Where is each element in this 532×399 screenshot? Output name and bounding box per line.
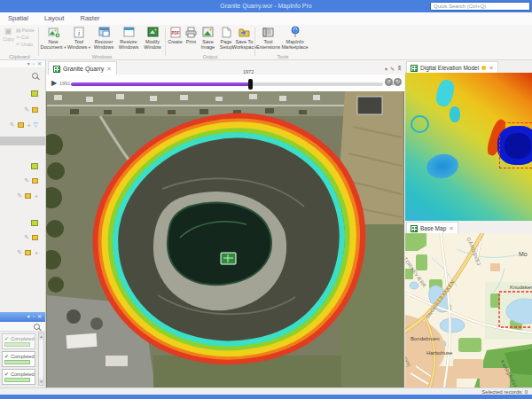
arrow-icon[interactable]: ◄ [34,193,38,199]
create-pdf-button[interactable]: PDF Create [167,26,184,51]
loop-forward-button[interactable]: ↻ [394,78,402,86]
printer-icon [185,26,197,38]
print-button[interactable]: Print [184,26,199,51]
map-document-tab[interactable]: Granite Quarry ✕ [48,61,117,75]
task-scrollbar[interactable]: ▲ ▼ [38,332,44,386]
timeline-thumb[interactable] [248,79,253,90]
close-icon[interactable]: ✕ [37,312,42,322]
layer-panel-header: ▾ ▫ ✕ [0,60,45,67]
chevron-down-icon[interactable]: ▾ [27,312,30,322]
processes-search-row [0,322,45,332]
cut-button[interactable]: ✂ Cut [16,34,37,41]
cut-icon: ✂ [16,34,20,41]
layer-style-icon[interactable] [32,235,38,240]
tab-spatial[interactable]: Spatial [0,12,36,25]
create-label: Create [168,39,183,44]
group-separator [165,27,166,56]
edit-icon[interactable]: ✎ [24,177,29,184]
quick-search-input[interactable]: Quick Search (Ctrl+Q) [430,2,530,11]
search-icon[interactable] [32,73,38,79]
layer-row: ✎ [24,177,38,184]
layer-row [31,219,38,226]
task-item[interactable]: ✔Completed [2,351,35,367]
basemap-tab[interactable]: Base Map ✕ [406,222,458,234]
tab-raster[interactable]: Raster [72,12,107,25]
bottom-accent-strip [0,395,532,399]
layer-table-icon[interactable] [31,163,38,169]
basemap-canvas[interactable]: GÅRDSVEJ TORNEVÆRK Mo Knudsker SNORREBAK… [405,233,532,387]
pin-icon[interactable]: ▫ [33,312,35,322]
new-document-label: New Document ▾ [40,39,66,51]
tab-layout[interactable]: Layout [36,12,73,25]
filter-icon[interactable]: ▽ [34,121,38,129]
arrow-icon[interactable]: ◄ [34,250,38,255]
selected-layer-row[interactable] [0,137,45,145]
chevron-down-icon[interactable]: ▾ [27,60,30,67]
layer-style-icon[interactable] [32,107,38,113]
edit-icon[interactable]: ✎ [10,121,15,129]
tools-group-label: Tools [256,54,309,59]
dem-low-area [450,106,460,122]
timeline-track[interactable] [71,82,383,86]
edit-icon[interactable]: ✎ [24,106,29,113]
windows-group-label: Windows [40,54,164,59]
edit-icon[interactable]: ✎ [17,249,22,256]
copy-button[interactable]: ▣ Copy [2,27,15,42]
undo-label: Undo [21,41,33,48]
task-item[interactable]: ✔Completed [2,369,35,385]
save-image-button[interactable]: Save Image [199,26,217,51]
layer-style-icon[interactable] [25,193,31,199]
svg-text:PDF: PDF [171,31,179,35]
new-document-button[interactable]: New Document ▾ [40,26,66,51]
close-icon[interactable]: ✕ [489,65,493,72]
paste-button[interactable]: ▤ Paste [16,27,37,34]
modify-window-label: Modify Window [141,39,164,51]
recover-windows-button[interactable]: Recover Windows [91,26,116,51]
layer-style-icon[interactable] [25,250,31,255]
task-item[interactable]: ✔Completed [2,333,35,349]
search-icon[interactable] [34,324,40,330]
dem-tab[interactable]: Digital Elevation Model ✕ [406,61,498,74]
copy-icon: ▣ [4,27,12,35]
restore-windows-button[interactable]: Restore Windows [116,26,141,51]
workspace-icon [239,26,250,38]
close-icon[interactable]: ✕ [397,66,402,72]
loop-back-button[interactable]: ↺ [385,78,393,86]
scroll-down-icon[interactable]: ▼ [39,379,43,385]
edit-icon[interactable]: ✎ [24,234,29,241]
pin-icon[interactable]: ▾ [385,66,387,72]
play-button[interactable]: ▶ [51,79,57,87]
marketplace-button[interactable]: MapInfo Marketplace [281,26,309,51]
scroll-up-icon[interactable]: ▲ [39,333,43,340]
layer-row: ✎ [24,106,38,113]
place-label: Knudsker [510,285,532,290]
paste-icon: ▤ [16,27,21,34]
recover-windows-label: Recover Windows [91,39,116,51]
pin-icon[interactable]: ▫ [33,60,35,67]
layer-table-icon[interactable] [31,90,38,97]
modify-window-button[interactable]: Modify Window [141,26,164,51]
edit-icon[interactable]: ✎ [390,66,395,72]
quarry-map-canvas[interactable] [46,91,404,387]
undo-button[interactable]: ↶ Undo [16,41,37,48]
close-icon[interactable]: ✕ [37,60,42,67]
layer-row: ✎ [24,234,38,241]
arrow-icon[interactable]: ◄ [27,122,31,128]
close-icon[interactable]: ✕ [106,66,111,73]
close-icon[interactable]: ✕ [449,225,453,232]
modify-window-icon [147,26,159,38]
save-to-workspace-button[interactable]: Save To Workspace [235,26,254,51]
marketplace-icon [290,26,301,38]
tool-extensions-button[interactable]: Tool Extensions [257,26,280,51]
dem-map-canvas[interactable] [405,73,532,221]
layer-table-icon[interactable] [31,220,38,226]
layer-style-icon[interactable] [32,178,38,184]
check-icon: ✔ [4,371,9,377]
dropdown-arrow-icon: ▾ [89,45,90,50]
basemap-tab-title: Base Map [420,225,446,231]
tool-extensions-icon [262,26,274,38]
tool-windows-button[interactable]: i Tool Windows ▾ [66,26,91,51]
layer-row [31,90,38,97]
layer-style-icon[interactable] [18,122,24,128]
edit-icon[interactable]: ✎ [17,192,22,200]
